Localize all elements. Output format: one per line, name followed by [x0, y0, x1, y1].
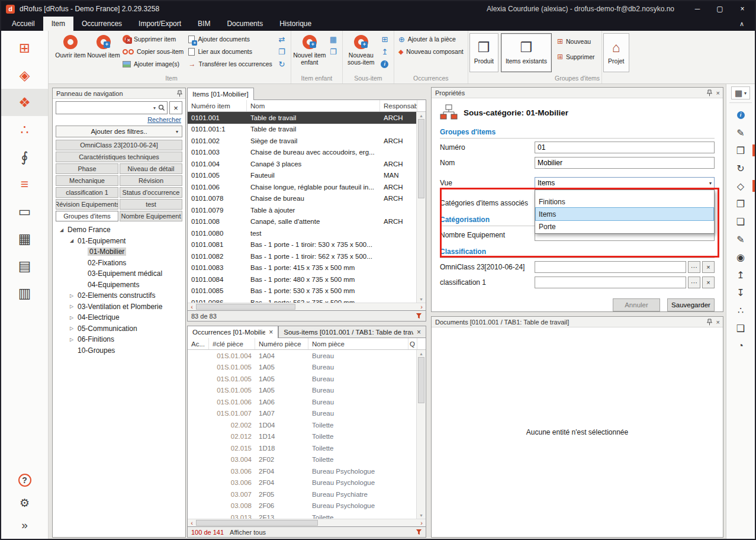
products-module-icon[interactable]: ◈	[1, 62, 48, 89]
scrollbar-thumb[interactable]	[196, 520, 318, 526]
occurrence-row[interactable]: 03.006 2F04 Bureau Psychologue	[188, 465, 416, 477]
tree-item[interactable]: 01-Mobilier	[56, 246, 182, 258]
menu-tab[interactable]: Occurrences	[73, 17, 130, 31]
info-icon[interactable]: i	[726, 106, 755, 124]
horizontal-scrollbar[interactable]: ‹ ›	[188, 303, 426, 310]
reports-module-icon[interactable]: ▥	[1, 279, 48, 307]
column-header[interactable]: Q	[408, 338, 417, 349]
tree-item[interactable]: ▷ 05-Communication	[56, 323, 182, 335]
child-copy-tool-icon[interactable]: ❐	[327, 46, 339, 57]
child-grid-tool-icon[interactable]: ▦	[327, 34, 339, 44]
minimize-button[interactable]: ─	[689, 2, 706, 16]
filter-button[interactable]: Nombre Equipement	[120, 211, 182, 221]
copy-subitem-button[interactable]: Copier sous-item	[121, 46, 185, 57]
pin-icon[interactable]	[707, 319, 712, 326]
product-cube-icon[interactable]: ❒	[726, 142, 755, 159]
column-header[interactable]: Nom pièce	[308, 338, 408, 349]
finance-module-icon[interactable]: ≡	[1, 171, 48, 198]
items-module-icon[interactable]: ❖	[1, 89, 48, 116]
occurrence-row[interactable]: 01S.01.006 1A06 Bureau	[188, 396, 416, 408]
filter-button[interactable]: Niveau de détail	[120, 163, 182, 174]
nom-input[interactable]	[535, 157, 715, 169]
menu-tab[interactable]: Item	[43, 17, 73, 31]
tree-item[interactable]: ▷ 02-Elements constructifs	[56, 290, 182, 301]
omniclass-browse-button[interactable]: ⋯	[688, 261, 700, 273]
numero-input[interactable]	[535, 142, 715, 153]
add-to-room-button[interactable]: ⊕ Ajouter à la pièce	[397, 34, 465, 44]
occurrence-row[interactable]: 03.004 2F02 Toilette	[188, 454, 416, 466]
chevron-down-icon[interactable]: ▾	[151, 105, 158, 111]
relations-icon[interactable]: ∴	[726, 301, 755, 319]
item-row[interactable]: 0101.0082 Bas - 1 porte - 1 tiroir: 562 …	[188, 250, 416, 262]
filter-button[interactable]: Groupes d'items	[56, 211, 118, 221]
occurrence-row[interactable]: 01S.01.005 1A05 Bureau	[188, 362, 416, 374]
open-item-button[interactable]: Ouvrir item	[54, 31, 87, 59]
scrollbar-thumb[interactable]	[196, 304, 295, 310]
search-input[interactable]	[58, 104, 151, 112]
item-row[interactable]: 0101.005 Fauteuil MAN	[188, 170, 416, 182]
column-header[interactable]: Responsabi	[380, 100, 417, 111]
occurrence-row[interactable]: 01S.01.007 1A07 Bureau	[188, 408, 416, 420]
close-icon[interactable]: ×	[716, 89, 720, 97]
add-images-button[interactable]: Ajouter image(s)	[121, 59, 185, 69]
document-icon[interactable]: ❏	[726, 213, 755, 230]
cancel-button[interactable]: Annuler	[613, 298, 660, 311]
filter-button[interactable]: test	[120, 199, 182, 210]
item-row[interactable]: 0101.003 Chaise de bureau avec accoudoir…	[188, 147, 416, 159]
menu-tab[interactable]: Import/Export	[130, 17, 189, 31]
tree-expander-icon[interactable]: ▷	[70, 315, 78, 320]
item-row[interactable]: 0101.001:1 Table de travail	[188, 124, 416, 136]
close-icon[interactable]: ×	[269, 329, 273, 336]
maximize-button[interactable]: ▢	[711, 2, 729, 16]
document-tab[interactable]: Sous-items [0101.001 / TAB1: Table de tr…	[278, 326, 426, 338]
occurrence-row[interactable]: 01S.01.005 1A05 Bureau	[188, 373, 416, 385]
menu-tab[interactable]: BIM	[189, 17, 218, 31]
documentation-module-icon[interactable]: ▤	[1, 252, 48, 279]
item-row[interactable]: 0101.002 Siège de travail ARCH	[188, 135, 416, 147]
column-header[interactable]: #clé pièce	[209, 338, 255, 349]
systems-module-icon[interactable]: ∴	[1, 116, 48, 143]
wireframe-cube-icon[interactable]: ◇	[726, 177, 755, 195]
expand-rail-icon[interactable]: »	[1, 514, 48, 536]
clear-search-button[interactable]: ×	[169, 101, 182, 114]
subitem-cubes-tool-icon[interactable]: ⊞	[379, 34, 391, 44]
close-icon[interactable]: ×	[716, 319, 720, 326]
item-row[interactable]: 0101.0081 Bas - 1 porte - 1 tiroir: 530 …	[188, 239, 416, 251]
filter-button[interactable]: Révision	[120, 175, 182, 186]
item-row[interactable]: 0101.0079 Table à ajouter	[188, 204, 416, 216]
tree-item[interactable]: 02-Fixations	[56, 258, 182, 269]
import-cube-icon[interactable]: ↥	[726, 266, 755, 284]
occurrence-row[interactable]: 01S.01.005 1A05 Bureau	[188, 385, 416, 397]
filter-button[interactable]: OmniClass 23[2010-06-24]	[56, 140, 182, 150]
tree-expander-icon[interactable]: ◢	[70, 238, 78, 243]
scrollbar-thumb[interactable]	[418, 119, 424, 198]
delete-item-button[interactable]: × Supprimer item	[121, 34, 185, 44]
vue-dropdown[interactable]: Items ▾ FinitionsItemsPorte	[535, 177, 715, 189]
item-row[interactable]: 0101.0083 Bas - 1 porte: 415 x 735 x 500…	[188, 262, 416, 274]
occurrence-row[interactable]: 03.006 2F04 Bureau Psychologue	[188, 477, 416, 489]
dropdown-option[interactable]: Porte	[536, 220, 713, 233]
show-all-link[interactable]: Afficher tous	[230, 529, 266, 536]
item-refresh-tool-icon[interactable]: ↻	[276, 59, 288, 69]
omniclass-input[interactable]	[535, 261, 686, 273]
tree-expander-icon[interactable]: ▷	[70, 304, 78, 309]
close-icon[interactable]: ×	[417, 329, 421, 336]
capacity-module-icon[interactable]: ⊞	[1, 34, 48, 62]
item-row[interactable]: 0101.0080 test	[188, 227, 416, 239]
existing-items-button[interactable]: ❒ Items existants	[501, 33, 552, 72]
subitem-up-tool-icon[interactable]: ↥	[379, 46, 391, 57]
collapse-ribbon-button[interactable]: ∧	[729, 17, 755, 31]
project-button[interactable]: ⌂ Projet	[603, 33, 629, 72]
item-row[interactable]: 0101.0078 Chaise de bureau ARCH	[188, 193, 416, 205]
subitem-info-icon[interactable]: i	[379, 59, 391, 69]
component-cube-icon[interactable]: ❑	[726, 319, 755, 337]
tree-item[interactable]: ▷ 03-Ventilation et Plomberie	[56, 301, 182, 313]
horizontal-scrollbar[interactable]: ‹ ›	[188, 519, 426, 526]
classification1-input[interactable]	[535, 277, 686, 288]
item-row[interactable]: 0101.008 Canapé, salle d'attente ARCH	[188, 216, 416, 228]
history-clock-icon[interactable]: ◔	[726, 337, 755, 355]
edit-pen-icon[interactable]: ✎	[726, 124, 755, 142]
menu-tab[interactable]: Historique	[271, 17, 320, 31]
attachments-module-icon[interactable]: ∮	[1, 143, 48, 171]
item-row[interactable]: 0101.0084 Bas - 1 porte: 480 x 735 x 500…	[188, 274, 416, 285]
